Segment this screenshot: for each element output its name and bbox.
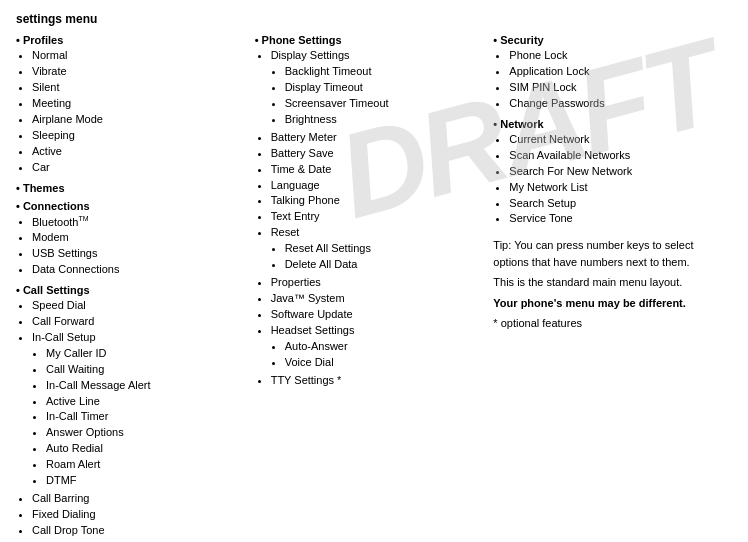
section-header-themes: • Themes — [16, 182, 247, 194]
list-item: USB Settings — [32, 246, 247, 262]
headset-settings-list: Auto-Answer Voice Dial — [271, 339, 486, 371]
list-item: Data Connections — [32, 262, 247, 278]
list-item: Scan Available Networks — [509, 148, 724, 164]
list-item: Auto Redial — [46, 441, 247, 457]
connections-list: BluetoothTM Modem USB Settings Data Conn… — [16, 214, 247, 278]
list-item: Call Waiting — [46, 362, 247, 378]
list-item: Meeting — [32, 96, 247, 112]
list-item: Sleeping — [32, 128, 247, 144]
display-settings-list: Backlight Timeout Display Timeout Screen… — [271, 64, 486, 128]
page-container: settings menu • Profiles Normal Vibrate … — [0, 0, 748, 542]
list-item: Talking Phone — [271, 193, 486, 209]
tip-line1: Tip: You can press number keys to select… — [493, 237, 724, 270]
list-item: Search Setup — [509, 196, 724, 212]
column-2: • Phone Settings Display Settings Backli… — [255, 34, 494, 542]
list-item: Reset Reset All Settings Delete All Data — [271, 225, 486, 273]
list-item: Change Passwords — [509, 96, 724, 112]
call-settings-list: Speed Dial Call Forward In-Call Setup My… — [16, 298, 247, 542]
content-area: • Profiles Normal Vibrate Silent Meeting… — [16, 34, 732, 542]
list-item: Search For New Network — [509, 164, 724, 180]
section-header-security: • Security — [493, 34, 724, 46]
list-item: Language — [271, 178, 486, 194]
list-item: Application Lock — [509, 64, 724, 80]
tip-line2: This is the standard main menu layout. — [493, 274, 724, 291]
list-item: Call Drop Tone — [32, 523, 247, 539]
list-item: Text Entry — [271, 209, 486, 225]
list-item: Active — [32, 144, 247, 160]
section-header-call-settings: • Call Settings — [16, 284, 247, 296]
column-1: • Profiles Normal Vibrate Silent Meeting… — [16, 34, 255, 542]
list-item: Software Update — [271, 307, 486, 323]
list-item: Java™ System — [271, 291, 486, 307]
list-item: Display Settings Backlight Timeout Displ… — [271, 48, 486, 128]
list-item: In-Call Message Alert — [46, 378, 247, 394]
list-item: Call Barring — [32, 491, 247, 507]
page-title: settings menu — [16, 12, 732, 26]
in-call-setup-list: My Caller ID Call Waiting In-Call Messag… — [32, 346, 247, 489]
list-item: Backlight Timeout — [285, 64, 486, 80]
list-item: Phone Lock — [509, 48, 724, 64]
list-item: Normal — [32, 48, 247, 64]
list-item: BluetoothTM — [32, 214, 247, 231]
list-item: Display Timeout — [285, 80, 486, 96]
list-item: Current Network — [509, 132, 724, 148]
list-item: In-Call Setup My Caller ID Call Waiting … — [32, 330, 247, 489]
tip-section: Tip: You can press number keys to select… — [493, 237, 724, 332]
reset-list: Reset All Settings Delete All Data — [271, 241, 486, 273]
list-item: Brightness — [285, 112, 486, 128]
list-item: Voice Dial — [285, 355, 486, 371]
list-item: Active Line — [46, 394, 247, 410]
section-header-network: • Network — [493, 118, 724, 130]
list-item: My Caller ID — [46, 346, 247, 362]
section-header-phone-settings: • Phone Settings — [255, 34, 486, 46]
network-list: Current Network Scan Available Networks … — [493, 132, 724, 228]
list-item: Time & Date — [271, 162, 486, 178]
tip-line3: Your phone's menu may be different. — [493, 295, 724, 312]
list-item: Airplane Mode — [32, 112, 247, 128]
list-item: Roam Alert — [46, 457, 247, 473]
list-item: Car — [32, 160, 247, 176]
security-list: Phone Lock Application Lock SIM PIN Lock… — [493, 48, 724, 112]
list-item: In-Call Timer — [46, 409, 247, 425]
list-item: Vibrate — [32, 64, 247, 80]
column-3: • Security Phone Lock Application Lock S… — [493, 34, 732, 542]
phone-settings-list: Display Settings Backlight Timeout Displ… — [255, 48, 486, 389]
list-item: Modem — [32, 230, 247, 246]
list-item: Call Forward — [32, 314, 247, 330]
list-item: Battery Save — [271, 146, 486, 162]
section-header-profiles: • Profiles — [16, 34, 247, 46]
list-item: SIM PIN Lock — [509, 80, 724, 96]
list-item: My Network List — [509, 180, 724, 196]
list-item: Service Tone — [509, 211, 724, 227]
list-item: Delete All Data — [285, 257, 486, 273]
list-item: Properties — [271, 275, 486, 291]
list-item: Silent — [32, 80, 247, 96]
list-item: Speed Dial — [32, 298, 247, 314]
profiles-list: Normal Vibrate Silent Meeting Airplane M… — [16, 48, 247, 176]
list-item: DTMF — [46, 473, 247, 489]
list-item: Battery Meter — [271, 130, 486, 146]
list-item: Fixed Dialing — [32, 507, 247, 523]
section-header-connections: • Connections — [16, 200, 247, 212]
list-item: Screensaver Timeout — [285, 96, 486, 112]
list-item: Reset All Settings — [285, 241, 486, 257]
tip-line4: * optional features — [493, 315, 724, 332]
list-item: Auto-Answer — [285, 339, 486, 355]
list-item: TTY Settings * — [271, 373, 486, 389]
list-item: Answer Options — [46, 425, 247, 441]
list-item: Headset Settings Auto-Answer Voice Dial — [271, 323, 486, 371]
